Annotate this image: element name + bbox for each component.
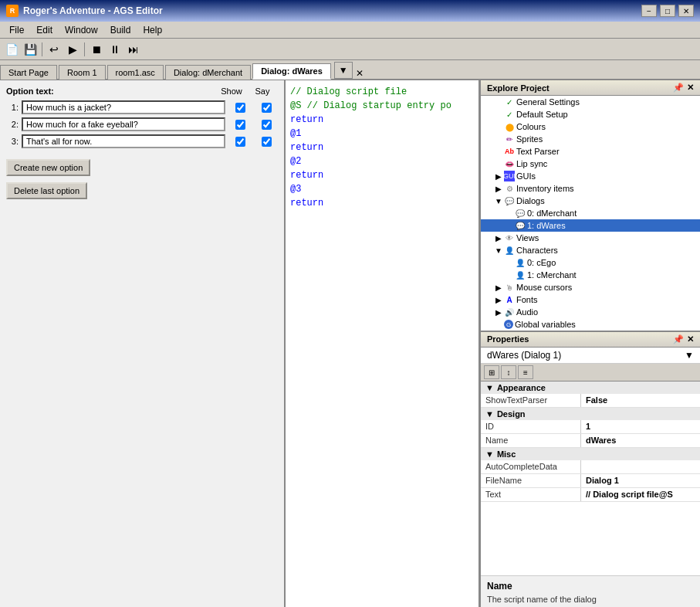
option-text-2 [22, 117, 225, 131]
menu-window[interactable]: Window [59, 23, 104, 37]
prop-value-id[interactable]: 1 [581, 420, 700, 433]
properties-dropdown-icon[interactable]: ▼ [685, 350, 694, 361]
expand-dialogs-icon[interactable]: ▼ [493, 195, 504, 206]
prop-categorized-btn[interactable]: ⊞ [484, 365, 499, 379]
say-header: Say [247, 86, 278, 96]
tree-item-characters[interactable]: ▼ 👤 Characters [481, 244, 700, 256]
tree-item-general-settings[interactable]: ✓ General Settings [481, 96, 700, 108]
properties-pin-icon[interactable]: 📌 [673, 334, 684, 344]
tree-item-colours[interactable]: ⬤ Colours [481, 120, 700, 133]
option-input-2[interactable] [22, 117, 225, 131]
prop-value-showtextparser[interactable]: False [581, 394, 700, 407]
tab-dialog-dwares[interactable]: Dialog: dWares [252, 63, 331, 80]
menu-file[interactable]: File [3, 23, 30, 37]
code-editor[interactable]: // Dialog script file @S // Dialog start… [286, 80, 480, 607]
tree-item-guis[interactable]: ▶ GUI GUIs [481, 170, 700, 182]
toolbar-save[interactable]: 💾 [22, 41, 39, 58]
prop-alphabetical-btn[interactable]: ↕ [501, 365, 516, 379]
maximize-button[interactable]: □ [660, 5, 675, 17]
toolbar-run[interactable]: ▶ [64, 41, 81, 58]
tab-room1[interactable]: Room 1 [59, 65, 106, 80]
code-line-6: @2 [290, 154, 474, 168]
prop-value-name[interactable]: dWares [581, 434, 700, 447]
tree-label-cego: 0: cEgo [527, 258, 556, 267]
tree-item-inventory[interactable]: ▶ ⚙ Inventory items [481, 182, 700, 195]
option-show-checkbox-3[interactable] [235, 137, 245, 147]
expand-icon: ▶ [493, 183, 504, 194]
tree-icon-guis: GUI [504, 171, 515, 181]
properties-close-icon[interactable]: ✕ [687, 334, 694, 344]
toolbar-step[interactable]: ⏭ [125, 41, 142, 58]
option-input-3[interactable] [22, 134, 225, 148]
tab-start-page[interactable]: Start Page [0, 65, 57, 80]
tree-item-views[interactable]: ▶ 👁 Views [481, 232, 700, 244]
tree-icon-general: ✓ [504, 97, 515, 107]
tree-item-dialogs[interactable]: ▼ 💬 Dialogs [481, 195, 700, 207]
tab-close-button[interactable]: ✕ [356, 68, 364, 79]
explore-close-icon[interactable]: ✕ [687, 83, 694, 93]
prop-section-appearance[interactable]: ▼ Appearance [481, 381, 700, 394]
expand-icon [504, 208, 515, 219]
tree-item-cmerchant[interactable]: 👤 1: cMerchant [481, 269, 700, 281]
menu-help[interactable]: Help [137, 23, 168, 37]
prop-value-text[interactable]: // Dialog script file@S [581, 488, 700, 501]
option-num-2: 2: [6, 120, 19, 129]
prop-section-design[interactable]: ▼ Design [481, 408, 700, 420]
prop-name-name: Name [481, 434, 581, 447]
tree-label-cmerchant: 1: cMerchant [527, 270, 577, 280]
toolbar-new[interactable]: 📄 [3, 41, 20, 58]
tab-dialog-dmerchant[interactable]: Dialog: dMerchant [165, 65, 251, 80]
show-header: Show [216, 86, 247, 96]
prop-value-autocomplete[interactable] [581, 460, 700, 473]
menu-edit[interactable]: Edit [30, 23, 59, 37]
tree-item-dmerchant[interactable]: 💬 0: dMerchant [481, 207, 700, 219]
tree-item-fonts[interactable]: ▶ A Fonts [481, 293, 700, 306]
prop-pages-btn[interactable]: ≡ [518, 365, 533, 379]
code-line-7: return [290, 168, 474, 182]
toolbar: 📄 💾 ↩ ▶ ⏹ ⏸ ⏭ [0, 39, 700, 60]
expand-icon [504, 270, 515, 280]
option-show-checkbox-1[interactable] [235, 103, 245, 113]
minimize-button[interactable]: − [641, 5, 657, 17]
tree-item-lipsync[interactable]: 👄 Lip sync [481, 158, 700, 170]
option-show-checkbox-2[interactable] [235, 120, 245, 130]
tree-item-textparser[interactable]: Ab Text Parser [481, 145, 700, 158]
prop-section-misc[interactable]: ▼ Misc [481, 448, 700, 460]
delete-last-option-button[interactable]: Delete last option [6, 182, 87, 199]
option-say-1 [255, 103, 278, 113]
explore-tree[interactable]: ✓ General Settings ✓ Default Setup ⬤ Col… [481, 96, 700, 331]
toolbar-stop[interactable]: ⏹ [88, 41, 105, 58]
option-row-1: 1: [6, 100, 278, 114]
dialog-options-panel: Option text: Show Say 1: 2: [0, 80, 286, 607]
tree-label-dialogs: Dialogs [516, 196, 545, 205]
option-say-checkbox-2[interactable] [262, 120, 272, 130]
tree-item-mouse-cursors[interactable]: ▶ 🖱 Mouse cursors [481, 281, 700, 293]
tree-item-sprites[interactable]: ✏ Sprites [481, 133, 700, 145]
toolbar-pause[interactable]: ⏸ [107, 41, 123, 58]
expand-characters-icon[interactable]: ▼ [493, 245, 504, 256]
tree-item-default-setup[interactable]: ✓ Default Setup [481, 108, 700, 120]
menu-build[interactable]: Build [104, 23, 137, 37]
tree-icon-cmerchant: 👤 [515, 270, 526, 280]
create-new-option-button[interactable]: Create new option [6, 159, 90, 176]
tree-label-dwares: 1: dWares [527, 221, 566, 230]
tree-item-cego[interactable]: 👤 0: cEgo [481, 256, 700, 269]
properties-selected: dWares (Dialog 1) ▼ [481, 348, 700, 364]
prop-row-autocomplete: AutoCompleteData [481, 460, 700, 474]
toolbar-undo[interactable]: ↩ [46, 41, 63, 58]
tree-item-dwares[interactable]: 💬 1: dWares [481, 219, 700, 232]
option-input-1[interactable] [22, 100, 225, 114]
collapse-icon: ▼ [485, 383, 494, 392]
close-button[interactable]: ✕ [678, 5, 694, 17]
tree-item-audio[interactable]: ▶ 🔊 Audio [481, 306, 700, 318]
tree-item-global-vars[interactable]: G Global variables [481, 318, 700, 331]
option-show-1 [228, 103, 252, 113]
option-say-checkbox-3[interactable] [262, 137, 272, 147]
tree-icon-audio: 🔊 [504, 307, 515, 317]
tab-dropdown[interactable]: ▼ [334, 62, 353, 79]
explore-pin-icon[interactable]: 📌 [673, 83, 684, 93]
prop-value-filename[interactable]: Dialog 1 [581, 474, 700, 487]
tree-label-mouse: Mouse cursors [516, 283, 572, 292]
tab-room1-asc[interactable]: room1.asc [107, 65, 164, 80]
option-say-checkbox-1[interactable] [262, 103, 272, 113]
